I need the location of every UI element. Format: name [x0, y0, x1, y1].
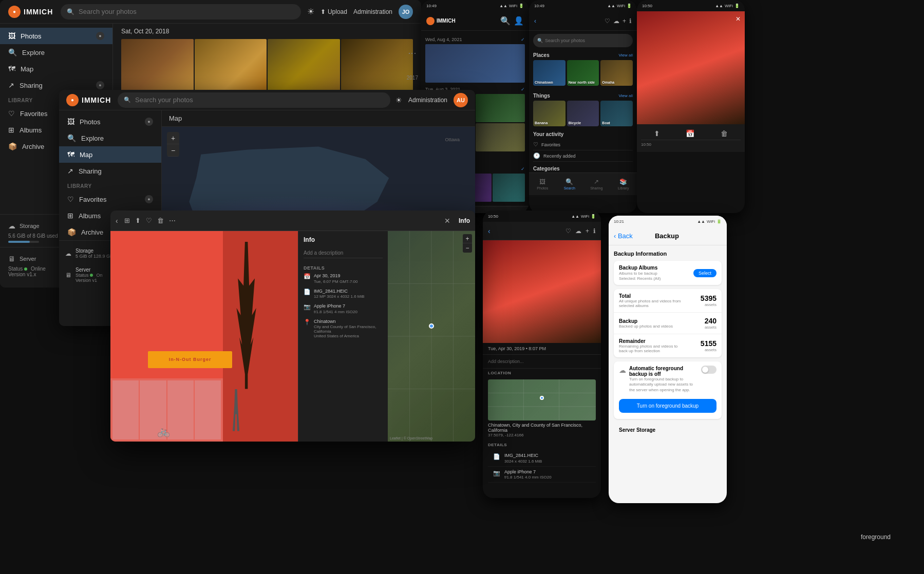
sidebar-label-favorites: Favorites	[20, 110, 47, 118]
mob2-nav-library[interactable]: 📚 Library	[610, 173, 637, 195]
sec-map-icon: 🗺	[67, 150, 74, 159]
admin-label[interactable]: Administration	[353, 8, 392, 15]
mob2-nav-photos-icon: 🖼	[539, 178, 545, 185]
mob2-activity-section: Your activity ♡ Favorites 🕐 Recently add…	[529, 128, 637, 165]
mob1-time: 10:49	[426, 4, 437, 8]
mob3-calendar-icon[interactable]: 📅	[686, 129, 694, 138]
mob4-back-button[interactable]: ‹	[488, 227, 491, 235]
sec-sidebar-sharing[interactable]: ↗ Sharing	[59, 163, 161, 179]
mob3-main-image[interactable]: ✕	[637, 11, 745, 124]
sidebar-item-photos[interactable]: 🖼 Photos ●	[0, 28, 112, 44]
mob1-header: IMMICH 🔍 👤	[421, 11, 529, 31]
mob1-signal: ▲▲	[499, 4, 507, 8]
mob2-search-bar[interactable]: 🔍	[533, 34, 633, 47]
grid-icon[interactable]: ⊞	[124, 217, 130, 224]
thing-card-bicycle[interactable]: Bicycle	[567, 101, 599, 126]
detail-back-icon[interactable]: ‹	[116, 217, 118, 225]
detail-camera: 📷 Apple iPhone 7 f/1.8 1/541 4 mm ISO20	[304, 303, 383, 314]
trash-icon[interactable]: 🗑	[157, 217, 164, 224]
mob3-share-icon[interactable]: ⬆	[654, 129, 660, 138]
sec-sun-icon[interactable]: ☀	[395, 96, 402, 104]
mob5-remainder-value: 5155	[701, 339, 716, 348]
sun-icon[interactable]: ☀	[307, 7, 314, 16]
thing-card-banana[interactable]: Banana	[533, 101, 565, 126]
mob2-cloud-icon[interactable]: ☁	[613, 17, 619, 25]
sec-admin-label[interactable]: Administration	[408, 97, 447, 104]
heart-icon[interactable]: ♡	[146, 217, 152, 224]
mob4-fav-icon[interactable]: ♡	[565, 227, 571, 235]
server-icon: 🖥	[8, 255, 15, 263]
mob1-profile-icon[interactable]: 👤	[514, 16, 524, 26]
mob1-thumb-7[interactable]	[493, 174, 525, 202]
sec-sidebar-map[interactable]: 🗺 Map	[59, 146, 161, 163]
mobile-screen-2: 10:49 ▲▲ WiFi 🔋 ‹ ♡ ☁ + ℹ 🔍 Places View …	[529, 0, 637, 213]
mob2-activity-recent[interactable]: 🕐 Recently added	[533, 150, 633, 162]
header-actions: ☀ ⬆ Upload Administration JO	[307, 5, 413, 19]
thing-label-boat: Boat	[602, 121, 610, 125]
share-icon[interactable]: ⬆	[135, 217, 141, 224]
sec-logo-icon: ●	[66, 94, 79, 106]
main-search-bar[interactable]: 🔍	[61, 4, 301, 20]
avatar[interactable]: JO	[399, 5, 413, 19]
sec-logo-text: IMMICH	[82, 96, 111, 104]
mob1-search-icon[interactable]: 🔍	[500, 16, 511, 26]
dots-menu[interactable]: ⋮	[407, 49, 417, 58]
search-input[interactable]	[79, 8, 295, 15]
sidebar-item-map[interactable]: 🗺 Map	[0, 61, 112, 77]
mini-zoom-out[interactable]: −	[463, 243, 472, 253]
mob2-back-icon[interactable]: ‹	[534, 17, 536, 25]
mini-zoom-in[interactable]: +	[463, 234, 472, 243]
mob2-heart-icon[interactable]: ♡	[605, 17, 610, 25]
sec-search-input[interactable]	[135, 96, 384, 104]
mob4-time: 10:50	[488, 214, 498, 219]
mob5-toggle-switch[interactable]	[701, 366, 716, 374]
mob5-backup-button[interactable]: Turn on foreground backup	[619, 399, 716, 413]
mob2-add-icon[interactable]: +	[623, 17, 626, 25]
description-input[interactable]	[304, 249, 383, 258]
mob5-select-button[interactable]: Select	[693, 269, 716, 277]
mob2-search-input[interactable]	[545, 38, 629, 43]
mob4-add-icon[interactable]: +	[586, 227, 589, 235]
more-icon[interactable]: ⋯	[169, 217, 176, 224]
detail-close-icon[interactable]: ✕	[444, 217, 450, 225]
mob4-map[interactable]	[488, 379, 596, 420]
mob1-thumb-4[interactable]	[476, 123, 525, 151]
mob5-backup-info-title: Backup Information	[614, 251, 722, 257]
mob5-backup-stat-row: Backup Backed up photos and videos 240 a…	[614, 313, 722, 334]
sec-fav-badge: ●	[145, 195, 153, 203]
thing-card-boat[interactable]: Boat	[600, 101, 633, 126]
mob2-info-icon[interactable]: ℹ	[629, 17, 632, 25]
zoom-in-button[interactable]: +	[167, 132, 179, 144]
mob4-info-icon[interactable]: ℹ	[593, 227, 596, 235]
detail-header: ‹ ⊞ ⬆ ♡ 🗑 ⋯ ✕ Info	[110, 211, 475, 231]
mob2-nav-sharing[interactable]: ↗ Sharing	[583, 173, 610, 195]
place-card-omaha[interactable]: Omaha	[600, 60, 633, 86]
mob2-activity-favorites[interactable]: ♡ Favorites	[533, 139, 633, 150]
mob3-delete-icon[interactable]: 🗑	[721, 129, 728, 138]
sec-sidebar-explore[interactable]: 🔍 Explore	[59, 130, 161, 146]
place-card-northside[interactable]: Near north side	[567, 60, 599, 86]
mob2-status-icons: ▲▲ WiFi 🔋	[607, 4, 632, 8]
upload-button[interactable]: ⬆ Upload	[320, 8, 347, 15]
mob5-albums-row: Backup Albums Albums to be backup Select…	[614, 261, 722, 285]
detail-file-info: 12 MP 3024 x 4032 1.6 MiB	[314, 294, 365, 299]
sec-search-bar[interactable]: 🔍	[118, 92, 390, 108]
mob2-things-view-all[interactable]: View all	[619, 93, 633, 98]
mob5-back-button[interactable]: ‹ Back	[614, 232, 633, 240]
mob1-photo-aug4[interactable]	[425, 44, 525, 83]
sec-sidebar-photos[interactable]: 🖼 Photos ●	[59, 113, 161, 130]
mob1-thumb-2[interactable]	[476, 94, 525, 122]
mob2-places-view-all[interactable]: View all	[619, 53, 633, 58]
sec-favorites[interactable]: ♡ Favorites ●	[59, 191, 161, 207]
mob2-places-section: Places View all Chinatown Near north sid…	[529, 50, 637, 88]
mob2-nav-search[interactable]: 🔍 Search	[556, 173, 583, 195]
sec-avatar[interactable]: AU	[454, 93, 468, 107]
mob3-close-icon[interactable]: ✕	[736, 15, 741, 23]
mob1-status-icons: ▲▲ WiFi 🔋	[499, 4, 524, 8]
zoom-out-button[interactable]: −	[167, 144, 179, 157]
mob2-nav-photos[interactable]: 🖼 Photos	[529, 173, 556, 195]
mob4-cloud-icon[interactable]: ☁	[575, 227, 581, 235]
place-card-chinatown[interactable]: Chinatown	[533, 60, 565, 86]
mob2-nav-bar: 🖼 Photos 🔍 Search ↗ Sharing 📚 Library	[529, 173, 637, 195]
sidebar-item-explore[interactable]: 🔍 Explore	[0, 44, 112, 61]
